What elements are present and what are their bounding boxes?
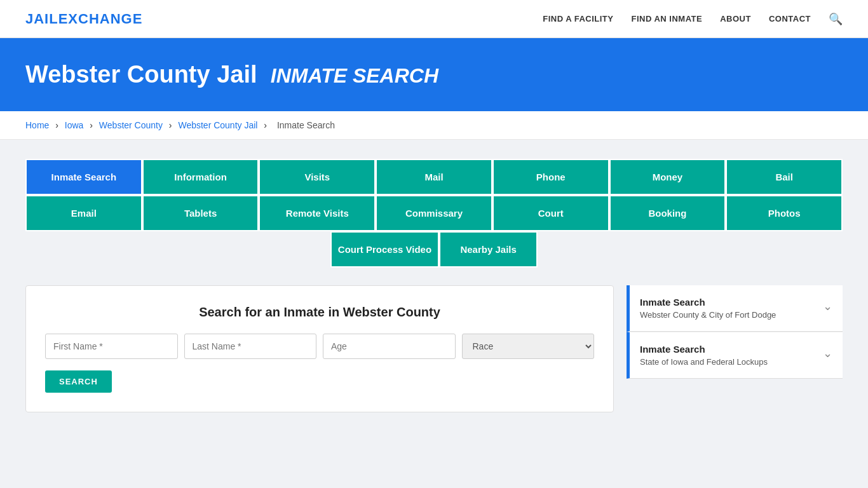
hero-title-main: Webster County Jail [25, 61, 257, 88]
tabs-row-3: Court Process Video Nearby Jails [25, 231, 843, 268]
nav-find-facility[interactable]: FIND A FACILITY [543, 14, 613, 24]
sidebar-item-title-1: Inmate Search [640, 297, 776, 308]
header: JAILEXCHANGE FIND A FACILITY FIND AN INM… [0, 0, 868, 38]
sidebar-item-title-2: Inmate Search [640, 344, 768, 355]
main-content: Inmate Search Information Visits Mail Ph… [0, 140, 868, 431]
search-button[interactable]: SEARCH [45, 370, 112, 393]
logo-jail: JAIL [25, 11, 58, 27]
tab-booking[interactable]: Booking [609, 195, 726, 231]
nav-contact[interactable]: CONTACT [769, 14, 811, 24]
breadcrumb-current: Inmate Search [277, 120, 335, 130]
tab-inmate-search[interactable]: Inmate Search [25, 159, 142, 195]
tab-bail[interactable]: Bail [726, 159, 843, 195]
breadcrumb-sep-2: › [90, 120, 93, 130]
breadcrumb-sep-1: › [55, 120, 58, 130]
tab-money[interactable]: Money [609, 159, 726, 195]
breadcrumb-home[interactable]: Home [25, 120, 49, 130]
tabs-row-1: Inmate Search Information Visits Mail Ph… [25, 159, 843, 195]
sidebar-item-iowa[interactable]: Inmate Search State of Iowa and Federal … [627, 332, 843, 379]
tab-commissary[interactable]: Commissary [376, 195, 492, 231]
logo-exchange: EXCHANGE [58, 11, 143, 27]
hero-banner: Webster County Jail INMATE SEARCH [0, 38, 868, 111]
tab-nearby-jails[interactable]: Nearby Jails [439, 231, 538, 268]
tabs-row-2: Email Tablets Remote Visits Commissary C… [25, 195, 843, 231]
tab-court-process-video[interactable]: Court Process Video [330, 231, 439, 268]
first-name-input[interactable] [45, 334, 178, 359]
sidebar-item-subtitle-1: Webster County & City of Fort Dodge [640, 310, 776, 320]
chevron-down-icon-1: ⌄ [823, 299, 832, 313]
tab-visits[interactable]: Visits [259, 159, 376, 195]
tabs-grid: Inmate Search Information Visits Mail Ph… [25, 159, 843, 268]
breadcrumb-sep-3: › [169, 120, 172, 130]
breadcrumb-webster-county[interactable]: Webster County [99, 120, 163, 130]
sidebar-item-text-1: Inmate Search Webster County & City of F… [640, 297, 776, 320]
search-card-title: Search for an Inmate in Webster County [45, 305, 594, 320]
search-card: Search for an Inmate in Webster County R… [25, 285, 614, 412]
age-input[interactable] [323, 334, 456, 359]
breadcrumb-webster-county-jail[interactable]: Webster County Jail [178, 120, 257, 130]
sidebar-item-webster[interactable]: Inmate Search Webster County & City of F… [627, 285, 843, 332]
race-select[interactable]: Race White Black Hispanic Asian Other [462, 334, 595, 359]
nav-about[interactable]: ABOUT [720, 14, 751, 24]
sidebar-item-subtitle-2: State of Iowa and Federal Lockups [640, 357, 768, 367]
content-area: Search for an Inmate in Webster County R… [25, 285, 843, 412]
search-form: Race White Black Hispanic Asian Other [45, 334, 594, 359]
tab-mail[interactable]: Mail [376, 159, 492, 195]
tab-remote-visits[interactable]: Remote Visits [259, 195, 376, 231]
sidebar-item-text-2: Inmate Search State of Iowa and Federal … [640, 344, 768, 367]
tab-photos[interactable]: Photos [726, 195, 843, 231]
breadcrumb-sep-4: › [264, 120, 267, 130]
sidebar: Inmate Search Webster County & City of F… [627, 285, 843, 379]
nav-find-inmate[interactable]: FIND AN INMATE [631, 14, 702, 24]
hero-title-italic: INMATE SEARCH [271, 64, 438, 87]
tab-court[interactable]: Court [492, 195, 609, 231]
breadcrumb: Home › Iowa › Webster County › Webster C… [0, 111, 868, 140]
last-name-input[interactable] [184, 334, 317, 359]
search-icon-button[interactable]: 🔍 [829, 12, 843, 26]
main-nav: FIND A FACILITY FIND AN INMATE ABOUT CON… [543, 12, 843, 26]
chevron-down-icon-2: ⌄ [823, 346, 832, 360]
breadcrumb-iowa[interactable]: Iowa [65, 120, 84, 130]
logo[interactable]: JAILEXCHANGE [25, 11, 142, 27]
tab-phone[interactable]: Phone [492, 159, 609, 195]
tab-information[interactable]: Information [142, 159, 259, 195]
tab-email[interactable]: Email [25, 195, 142, 231]
tab-tablets[interactable]: Tablets [142, 195, 259, 231]
